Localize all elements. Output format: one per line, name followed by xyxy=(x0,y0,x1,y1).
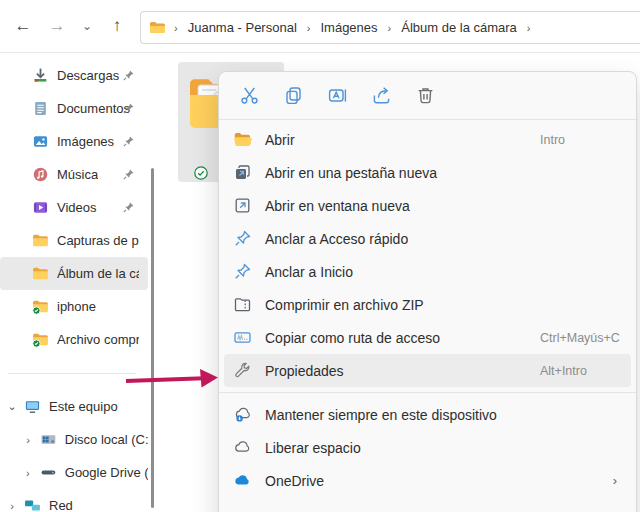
expander-chevron-icon[interactable]: ⌄ xyxy=(6,400,18,413)
open-tab-icon xyxy=(233,163,252,182)
rename-button[interactable] xyxy=(327,85,348,106)
breadcrumb-item[interactable]: Juanma - Personal xyxy=(184,18,301,37)
expander-chevron-icon[interactable]: › xyxy=(22,467,34,479)
copy-path-icon xyxy=(233,328,252,347)
history-chevron-button[interactable]: ⌄ xyxy=(74,11,100,41)
sidebar-item-archivo-comprim[interactable]: Archivo comprim xyxy=(0,323,148,356)
menu-item-mantener-siempre-en-este-dispositivo[interactable]: Mantener siempre en este dispositivo xyxy=(224,398,631,431)
sidebar-item-disco-local-c-[interactable]: ›Disco local (C: xyxy=(0,423,148,456)
menu-item-comprimir-en-archivo-zip[interactable]: Comprimir en archivo ZIP xyxy=(224,288,631,321)
menu-item-abrir-en-ventana-nueva[interactable]: Abrir en ventana nueva xyxy=(224,189,631,222)
cloud-keep-icon xyxy=(233,405,252,424)
folder-icon xyxy=(32,265,49,282)
menu-item-abrir-en-una-pestaña-nueva[interactable]: Abrir en una pestaña nueva xyxy=(224,156,631,189)
pin-icon xyxy=(233,262,252,281)
cut-button[interactable] xyxy=(239,85,260,106)
pin-gray-icon xyxy=(122,102,135,115)
menu-item-label: Abrir en ventana nueva xyxy=(265,198,410,214)
forward-button[interactable]: → xyxy=(40,11,74,41)
sidebar-item-label: Álbum de la cám xyxy=(57,266,139,281)
navigation-pane: DescargasDocumentosImágenesMúsicaVideosC… xyxy=(0,53,160,512)
pin-gray-icon xyxy=(122,168,135,181)
menu-item-onedrive[interactable]: OneDrive› xyxy=(224,464,631,497)
share-button[interactable] xyxy=(371,85,392,106)
sidebar-item-label: Archivo comprim xyxy=(57,332,139,347)
menu-item-copiar-como-ruta-de-acceso[interactable]: Copiar como ruta de accesoCtrl+Mayús+C xyxy=(224,321,631,354)
up-button[interactable]: ↑ xyxy=(100,11,134,41)
folder-sync-icon xyxy=(32,331,49,348)
network-icon xyxy=(24,497,41,512)
folder-icon-icon xyxy=(149,20,166,35)
sidebar-item-iphone[interactable]: iphone xyxy=(0,290,148,323)
zip-icon xyxy=(233,295,252,314)
sidebar-item-label: Música xyxy=(57,167,98,182)
breadcrumb-chevron-icon[interactable]: › xyxy=(523,22,535,34)
context-menu-command-bar xyxy=(219,72,636,120)
sidebar-item-label: Documentos xyxy=(57,101,130,116)
breadcrumb-item[interactable]: Imágenes xyxy=(316,18,381,37)
folder-sync-icon xyxy=(32,298,49,315)
menu-item-label: Mantener siempre en este dispositivo xyxy=(265,407,497,423)
menu-item-abrir[interactable]: AbrirIntro xyxy=(224,123,631,156)
sidebar-item-videos[interactable]: Videos xyxy=(0,191,148,224)
document-icon xyxy=(32,100,49,117)
menu-item-label: Abrir xyxy=(265,132,295,148)
breadcrumb-item[interactable]: Álbum de la cámara xyxy=(397,18,521,37)
menu-item-label: Abrir en una pestaña nueva xyxy=(265,165,437,181)
pictures-icon xyxy=(32,133,49,150)
pin-gray-icon xyxy=(122,135,135,148)
music-icon xyxy=(32,166,49,183)
menu-item-shortcut: Ctrl+Mayús+C xyxy=(540,331,620,345)
downloads-icon xyxy=(32,67,49,84)
onedrive-icon xyxy=(233,471,252,490)
menu-item-label: Propiedades xyxy=(265,363,344,379)
this-pc-section: ⌄Este equipo›Disco local (C:›Google Driv… xyxy=(0,390,160,512)
open-window-icon xyxy=(233,196,252,215)
menu-item-label: OneDrive xyxy=(265,473,324,489)
copy-button[interactable] xyxy=(283,85,304,106)
breadcrumb-chevron-icon[interactable]: › xyxy=(170,22,182,34)
sidebar-item-descargas[interactable]: Descargas xyxy=(0,59,148,92)
context-menu-items: AbrirIntroAbrir en una pestaña nuevaAbri… xyxy=(219,120,636,497)
breadcrumb-chevron-icon[interactable]: › xyxy=(384,22,396,34)
sidebar-item-este-equipo[interactable]: ⌄Este equipo xyxy=(0,390,148,423)
menu-item-shortcut: Alt+Intro xyxy=(540,364,587,378)
sidebar-item-label: Imágenes xyxy=(57,134,114,149)
sidebar-item-capturas-de-pant[interactable]: Capturas de pant xyxy=(0,224,148,257)
pin-gray-icon xyxy=(122,69,135,82)
folder-icon xyxy=(32,232,49,249)
sidebar-item-google-drive-[interactable]: ›Google Drive ( xyxy=(0,456,148,489)
folder-open-icon xyxy=(233,130,252,149)
address-bar[interactable]: ›Juanma - Personal›Imágenes›Álbum de la … xyxy=(140,11,640,44)
sidebar-scrollbar[interactable] xyxy=(151,168,154,508)
sidebar-item-m-sica[interactable]: Música xyxy=(0,158,148,191)
menu-item-propiedades[interactable]: PropiedadesAlt+Intro xyxy=(224,354,631,387)
sidebar-item-im-genes[interactable]: Imágenes xyxy=(0,125,148,158)
videos-icon xyxy=(32,199,49,216)
sidebar-item-label: Disco local (C: xyxy=(65,432,148,447)
sidebar-item-label: Descargas xyxy=(57,68,119,83)
menu-item-anclar-a-acceso-rápido[interactable]: Anclar a Acceso rápido xyxy=(224,222,631,255)
sidebar-item-red[interactable]: ›Red xyxy=(0,489,148,512)
cloud-free-icon xyxy=(233,438,252,457)
sidebar-item-label: Google Drive ( xyxy=(65,465,148,480)
back-button[interactable]: ← xyxy=(6,11,40,41)
sidebar-item-label: iphone xyxy=(57,299,96,314)
sidebar-item-label: Capturas de pant xyxy=(57,233,139,248)
sidebar-item-documentos[interactable]: Documentos xyxy=(0,92,148,125)
delete-button[interactable] xyxy=(415,85,436,106)
expander-chevron-icon[interactable]: › xyxy=(6,500,18,512)
menu-item-label: Anclar a Acceso rápido xyxy=(265,231,408,247)
breadcrumb-chevron-icon[interactable]: › xyxy=(303,22,315,34)
menu-item-label: Anclar a Inicio xyxy=(265,264,353,280)
context-menu: AbrirIntroAbrir en una pestaña nuevaAbri… xyxy=(218,71,637,512)
menu-item-shortcut: Intro xyxy=(540,133,565,147)
menu-item-anclar-a-inicio[interactable]: Anclar a Inicio xyxy=(224,255,631,288)
computer-icon xyxy=(24,398,41,415)
toolbar: ←→⌄↑ ›Juanma - Personal›Imágenes›Álbum d… xyxy=(0,0,640,53)
submenu-chevron-icon: › xyxy=(613,473,617,488)
menu-item-liberar-espacio[interactable]: Liberar espacio xyxy=(224,431,631,464)
expander-chevron-icon[interactable]: › xyxy=(22,434,34,446)
sidebar-item--lbum-de-la-c-m[interactable]: Álbum de la cám xyxy=(0,257,148,290)
menu-item-label: Liberar espacio xyxy=(265,440,361,456)
